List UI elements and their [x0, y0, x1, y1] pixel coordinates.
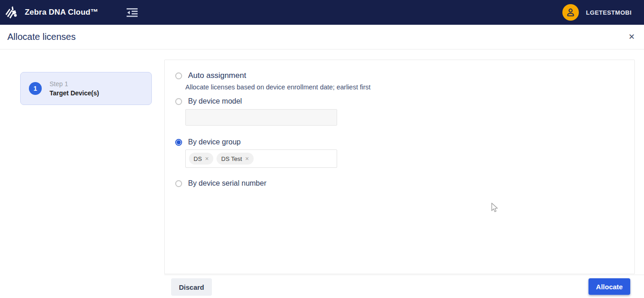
- device-group-chip: DS Test ×: [217, 153, 253, 165]
- device-group-input[interactable]: DS × DS Test ×: [185, 149, 337, 168]
- radio-option-device-group[interactable]: By device group: [175, 138, 241, 147]
- stepper-step-1[interactable]: 1 Step 1 Target Device(s): [20, 72, 152, 105]
- brand-title: Zebra DNA Cloud™: [25, 8, 98, 17]
- radio-unchecked-icon[interactable]: [175, 98, 182, 105]
- option-label-device-model[interactable]: By device model: [188, 97, 242, 105]
- user-avatar[interactable]: [562, 4, 579, 21]
- indent-menu-icon[interactable]: [127, 8, 138, 17]
- allocate-button[interactable]: Allocate: [588, 278, 630, 295]
- radio-unchecked-icon[interactable]: [175, 180, 182, 187]
- radio-unchecked-icon[interactable]: [175, 72, 182, 79]
- step-number-badge: 1: [29, 82, 42, 95]
- person-icon: [566, 7, 576, 17]
- option-label-device-group[interactable]: By device group: [188, 138, 241, 146]
- chip-label: DS: [194, 155, 202, 162]
- step-label: Step 1: [50, 80, 99, 88]
- discard-button[interactable]: Discard: [171, 278, 212, 296]
- option-description-auto-assignment: Allocate licenses based on device enroll…: [185, 83, 371, 91]
- device-group-chip: DS ×: [189, 153, 213, 165]
- option-label-device-serial[interactable]: By device serial number: [188, 179, 266, 188]
- page-title: Allocate licenses: [7, 32, 76, 42]
- radio-option-auto-assignment[interactable]: Auto assignment: [175, 71, 246, 80]
- radio-option-device-serial[interactable]: By device serial number: [175, 179, 266, 188]
- step-text: Step 1 Target Device(s): [50, 80, 99, 97]
- dialog-header: Allocate licenses ✕: [0, 25, 644, 50]
- top-navbar: Zebra DNA Cloud™ LGETESTMOBI: [0, 0, 644, 25]
- chip-remove-icon[interactable]: ×: [205, 155, 209, 162]
- allocation-options-panel: Auto assignment Allocate licenses based …: [164, 60, 635, 274]
- zebra-logo-icon: [4, 3, 20, 22]
- step-title: Target Device(s): [50, 89, 99, 97]
- footer-actions: Discard Allocate: [164, 275, 644, 298]
- chip-remove-icon[interactable]: ×: [245, 155, 249, 162]
- chip-label: DS Test: [221, 155, 242, 162]
- radio-checked-icon[interactable]: [175, 139, 182, 146]
- option-label-auto-assignment[interactable]: Auto assignment: [188, 71, 246, 80]
- account-area: LGETESTMOBI: [562, 4, 632, 21]
- close-icon[interactable]: ✕: [626, 32, 637, 43]
- device-model-input[interactable]: [185, 109, 337, 126]
- radio-option-device-model[interactable]: By device model: [175, 97, 242, 106]
- username-label[interactable]: LGETESTMOBI: [586, 9, 632, 16]
